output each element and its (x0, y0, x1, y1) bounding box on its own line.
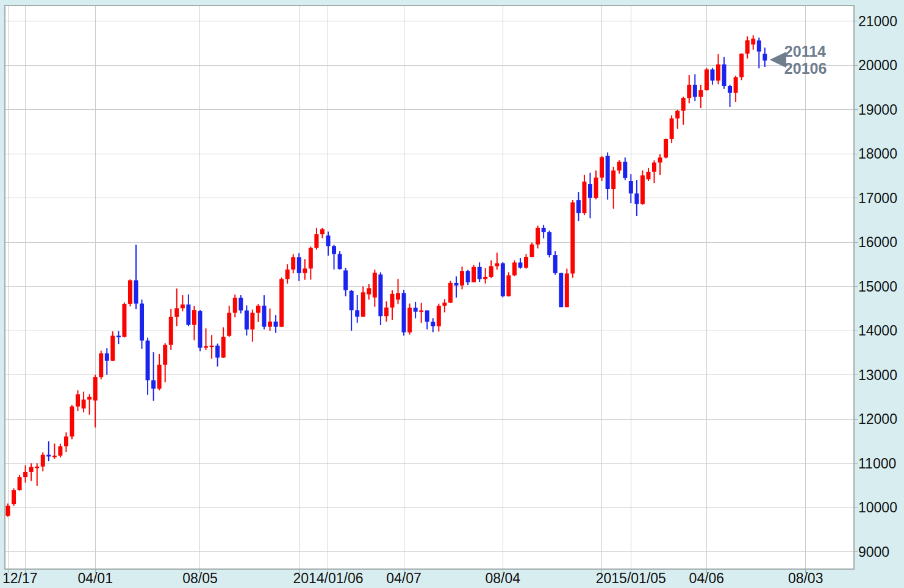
candle-up (506, 272, 511, 296)
candle-body (192, 310, 196, 324)
x-axis-tick-label: 04/01 (77, 570, 113, 586)
candle-up (407, 304, 412, 335)
candle-body (105, 353, 109, 360)
candle-up (70, 405, 74, 439)
candle-body (268, 321, 272, 326)
latest-price-label: 20106 (784, 60, 827, 77)
candle-body (495, 264, 499, 267)
candle-wick (421, 303, 422, 323)
candle-body (524, 257, 528, 268)
x-axis-tick-label: 08/04 (486, 570, 521, 586)
x-axis-tick-label: 08/05 (182, 570, 218, 586)
candle-body (414, 308, 418, 312)
candle-body (402, 293, 406, 332)
y-axis-tick-label: 20000 (858, 57, 897, 73)
candle-body (722, 65, 726, 86)
candle-body (489, 266, 493, 277)
y-axis-tick-label: 18000 (858, 146, 897, 162)
y-axis-tick-label: 15000 (858, 279, 897, 295)
candle-body (355, 310, 359, 317)
candle-body (629, 181, 633, 193)
candle-body (757, 40, 761, 51)
candle-body (285, 270, 290, 279)
candle-body (658, 157, 662, 162)
y-axis-tick-label: 11000 (858, 456, 896, 471)
candle-body (169, 317, 173, 345)
candle-body (227, 313, 231, 336)
candle-body (58, 446, 62, 456)
candle-body (233, 298, 237, 313)
candle-body (390, 294, 394, 307)
candle-up (705, 68, 709, 90)
candle-body (698, 90, 703, 97)
candle-body (466, 271, 470, 282)
candle-body (675, 111, 680, 119)
candle-body (210, 346, 214, 348)
candle-body (204, 346, 208, 348)
candle-body (378, 274, 382, 316)
candle-wick (153, 352, 154, 401)
candle-body (146, 340, 150, 380)
candle-wick (106, 348, 107, 375)
candle-body (751, 39, 755, 45)
candle-down (547, 231, 551, 257)
candle-body (52, 456, 57, 457)
x-axis-tick-label: 12/17 (2, 570, 38, 586)
candle-body (437, 306, 441, 326)
candle-body (64, 437, 68, 446)
candle-body (122, 304, 126, 337)
candle-up (110, 331, 115, 361)
x-axis-tick-label: 08/03 (788, 570, 823, 586)
x-axis-tick-label: 2014/01/06 (293, 570, 363, 586)
y-axis-tick-label: 14000 (858, 323, 897, 339)
candle-body (291, 257, 295, 270)
candle-body (745, 40, 750, 54)
candle-body (716, 65, 720, 81)
candle-body (762, 54, 767, 60)
candle-down (402, 290, 406, 335)
candle-body (705, 70, 709, 90)
latest-price-label: 20114 (784, 43, 826, 60)
candle-body (710, 70, 714, 81)
candle-body (542, 228, 546, 232)
candle-body (297, 257, 301, 273)
candle-body (652, 163, 656, 172)
candle-body (512, 262, 517, 275)
x-axis-tick-label: 2015/01/05 (596, 570, 666, 586)
candle-body (215, 346, 220, 358)
candle-up (739, 54, 744, 81)
candle-body (262, 306, 266, 326)
candle-body (18, 477, 22, 490)
candle-body (483, 277, 487, 279)
candle-body (134, 280, 138, 303)
candle-body (12, 490, 16, 504)
candle-up (122, 303, 126, 337)
candle-body (361, 292, 365, 317)
candle-body (576, 200, 581, 213)
candle-up (670, 115, 674, 143)
candle-body (82, 400, 86, 409)
candle-up (600, 156, 604, 181)
candle-up (565, 269, 569, 307)
candle-body (617, 162, 622, 170)
candle-body (23, 472, 27, 477)
candle-body (198, 311, 202, 348)
candle-body (128, 280, 132, 303)
candle-up (530, 243, 534, 257)
candle-body (454, 283, 458, 285)
candle-body (332, 246, 336, 254)
candle-body (303, 268, 307, 273)
candle-body (110, 335, 115, 360)
candle-up (472, 265, 476, 282)
candle-body (93, 377, 98, 400)
candle-body (670, 118, 674, 139)
candle-wick (485, 268, 486, 283)
candle-body (681, 98, 686, 111)
candle-body (664, 139, 668, 157)
candle-wick (398, 279, 399, 304)
candle-body (174, 308, 179, 317)
candle-body (431, 322, 435, 326)
candle-up (12, 489, 16, 506)
candle-wick (659, 154, 661, 175)
candle-body (687, 85, 691, 98)
